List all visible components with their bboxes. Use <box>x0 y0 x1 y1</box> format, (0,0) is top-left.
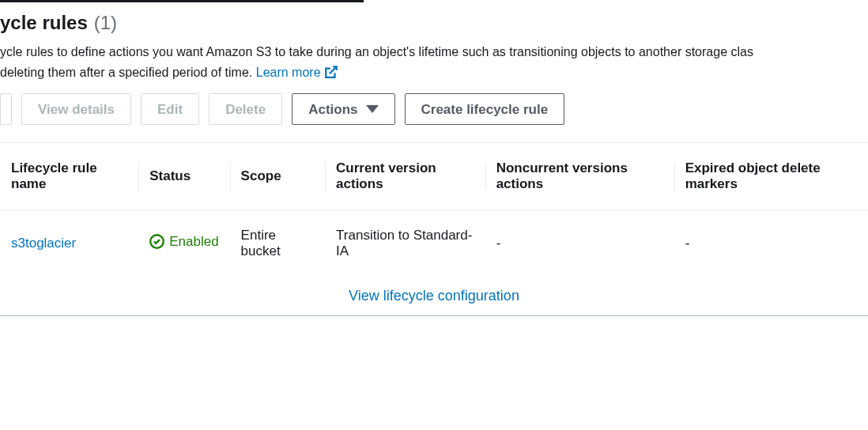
current-cell: Transition to Standard-IA <box>325 210 485 277</box>
expired-cell: - <box>674 210 868 277</box>
page-title: ycle rules <box>0 12 88 34</box>
view-lifecycle-config-link[interactable]: View lifecycle configuration <box>0 277 868 315</box>
lifecycle-rules-table-container: Lifecycle rule name Status Scope Current… <box>0 142 868 316</box>
edit-button: Edit <box>141 93 199 125</box>
caret-down-icon <box>366 105 379 113</box>
col-expired[interactable]: Expired object delete markers <box>674 143 868 210</box>
actions-label: Actions <box>308 103 357 116</box>
scope-cell: Entire bucket <box>230 210 325 277</box>
page-header: ycle rules (1) <box>0 2 868 42</box>
unknown-narrow-button <box>0 93 12 125</box>
table-header-row: Lifecycle rule name Status Scope Current… <box>0 143 868 210</box>
status-text: Enabled <box>169 234 218 250</box>
col-current[interactable]: Current version actions <box>325 143 485 210</box>
create-lifecycle-rule-button[interactable]: Create lifecycle rule <box>405 93 565 125</box>
table-row[interactable]: s3toglacier Enabled Entire <box>0 210 868 277</box>
page-description: ycle rules to define actions you want Am… <box>0 42 868 93</box>
learn-more-label: Learn more <box>256 62 321 83</box>
col-rule-name[interactable]: Lifecycle rule name <box>0 143 138 210</box>
noncurrent-cell: - <box>485 210 674 277</box>
view-details-button: View details <box>21 93 131 125</box>
check-circle-icon <box>149 234 164 249</box>
col-noncurrent[interactable]: Noncurrent versions actions <box>485 143 674 210</box>
lifecycle-rules-table: Lifecycle rule name Status Scope Current… <box>0 143 868 277</box>
learn-more-link[interactable]: Learn more <box>256 62 338 83</box>
external-link-icon <box>324 65 338 79</box>
toolbar: View details Edit Delete Actions Create … <box>0 93 868 142</box>
description-line1: ycle rules to define actions you want Am… <box>0 45 753 58</box>
description-line2: deleting them after a specified period o… <box>0 66 256 79</box>
status-badge: Enabled <box>149 234 218 250</box>
col-status[interactable]: Status <box>138 143 229 210</box>
rule-name-link[interactable]: s3toglacier <box>11 236 76 251</box>
delete-button: Delete <box>209 93 282 125</box>
actions-dropdown-button[interactable]: Actions <box>292 93 394 125</box>
col-scope[interactable]: Scope <box>230 143 325 210</box>
rule-count: (1) <box>94 12 117 34</box>
